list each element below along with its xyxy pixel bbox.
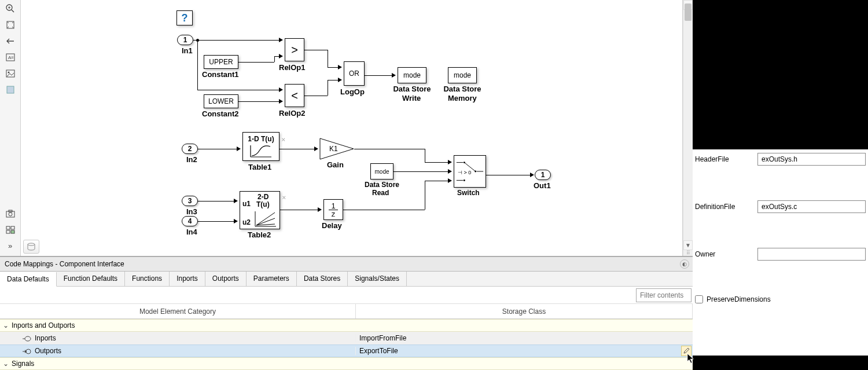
tab-data-defaults[interactable]: Data Defaults (0, 272, 57, 287)
camera-icon[interactable] (2, 206, 19, 221)
svg-point-12 (9, 213, 12, 216)
gain-label: Gain (327, 160, 344, 169)
scroll-down-icon[interactable]: ▼ (683, 240, 693, 250)
panel-pin-icon[interactable]: ◐ (680, 259, 689, 269)
zoom-in-icon[interactable] (2, 1, 19, 16)
panel-icon[interactable] (2, 222, 19, 237)
filter-input[interactable] (636, 288, 692, 302)
svg-point-30 (26, 349, 31, 354)
row-outports-name: Outports (35, 347, 61, 355)
owner-label: Owner (695, 248, 757, 258)
chevron-down-icon: ⌄ (2, 360, 9, 368)
inport-icon (22, 335, 31, 341)
tab-signals-states[interactable]: Signals/States (348, 272, 407, 286)
switch-condition: ⊣ > 0 (458, 170, 471, 175)
relop2-block[interactable]: < (285, 84, 304, 107)
inport-1[interactable]: 1 (177, 35, 193, 45)
properties-panel: HeaderFile DefinitionFile Owner Preserve… (693, 0, 868, 370)
outport-1[interactable]: 1 (535, 170, 551, 180)
constant1-label: Constant1 (202, 70, 239, 79)
table-header: Model Element Category Storage Class (0, 304, 693, 319)
chevron-right-icon[interactable]: » (2, 238, 19, 254)
data-store-memory-block[interactable]: mode (448, 67, 477, 83)
tab-inports[interactable]: Inports (170, 272, 205, 286)
data-store-read-block[interactable]: mode (370, 163, 393, 179)
tab-parameters[interactable]: Parameters (247, 272, 297, 286)
gain-block[interactable]: K1 Gain (319, 137, 357, 163)
code-mappings-tabs: Data Defaults Function Defaults Function… (0, 272, 693, 287)
group-signals[interactable]: ⌄ Signals (0, 357, 693, 370)
table2-u2: u2 (242, 218, 251, 226)
table2-u1: u1 (242, 200, 251, 208)
delay-den: z (332, 210, 336, 218)
area-icon[interactable] (2, 82, 19, 97)
constant2-block[interactable]: LOWER (204, 94, 238, 108)
table2-label: Table2 (248, 230, 271, 239)
relop1-label: RelOp1 (279, 63, 306, 72)
definitionfile-label: DefinitionFile (695, 200, 757, 211)
svg-rect-15 (6, 230, 10, 233)
tab-function-defaults[interactable]: Function Defaults (57, 272, 125, 286)
data-store-write-label1: Data Store (391, 85, 433, 93)
definitionfile-input[interactable] (757, 200, 866, 213)
scroll-thumb[interactable] (685, 3, 692, 21)
model-canvas[interactable]: ? 1 In1 UPPER Constant1 LOWER Constant2 (21, 0, 683, 256)
row-outports[interactable]: Outports ExportToFile (0, 345, 693, 357)
model-help-block[interactable]: ? (176, 10, 193, 25)
resize-grip[interactable]: ⠿ (683, 250, 693, 256)
svg-line-1 (12, 10, 14, 12)
data-store-write-block[interactable]: mode (398, 67, 426, 83)
preservedimensions-label: PreserveDimensions (707, 295, 771, 303)
preservedimensions-checkbox[interactable] (695, 295, 703, 303)
svg-rect-13 (6, 226, 10, 229)
fit-to-view-icon[interactable] (2, 17, 19, 32)
table1-text: 1-D T(u) (248, 135, 274, 143)
logic-op-block[interactable]: OR (344, 61, 365, 86)
row-inports[interactable]: Inports ImportFromFile (0, 332, 693, 345)
switch-label: Switch (457, 189, 480, 197)
data-store-memory-label1: Data Store (442, 85, 483, 93)
chevron-down-icon: ⌄ (2, 321, 9, 329)
nav-back-icon[interactable] (2, 33, 19, 49)
svg-rect-14 (11, 226, 14, 229)
vertical-scrollbar[interactable]: ▲ ▼ ⠿ (683, 0, 693, 256)
inport-1-label: In1 (182, 46, 193, 55)
tab-outports[interactable]: Outports (205, 272, 247, 286)
inport-3[interactable]: 3 (182, 196, 198, 206)
signal-badge-2: ⤬ (282, 195, 286, 200)
constant1-block[interactable]: UPPER (204, 55, 238, 69)
edit-pencil-icon[interactable] (681, 346, 692, 356)
tab-functions[interactable]: Functions (125, 272, 170, 286)
th-model-element: Model Element Category (0, 304, 356, 318)
table2-text2: T(u) (256, 200, 270, 208)
group-inports-outports[interactable]: ⌄ Inports and Outports (0, 319, 693, 332)
data-store-read-label1: Data Store (361, 181, 403, 189)
annotation-icon[interactable]: A≡ (2, 49, 19, 65)
headerfile-label: HeaderFile (695, 153, 757, 163)
table1-block[interactable]: 1-D T(u) (242, 132, 279, 161)
svg-point-21 (464, 179, 465, 181)
panel-title-bar: Code Mappings - Component Interface ◐ (0, 257, 693, 272)
inport-4[interactable]: 4 (182, 216, 198, 226)
delay-num: 1 (331, 203, 335, 210)
signal-badge-1: ⤬ (281, 137, 286, 142)
delay-block[interactable]: 1 z (323, 199, 343, 220)
inport-2[interactable]: 2 (182, 144, 198, 154)
owner-input[interactable] (757, 248, 866, 261)
image-icon[interactable] (2, 65, 19, 81)
th-storage-class: Storage Class (356, 304, 693, 318)
group-label: Inports and Outports (12, 321, 75, 329)
table2-block[interactable]: u1 u2 2-D T(u) (240, 191, 280, 229)
relop2-label: RelOp2 (279, 109, 306, 118)
relop1-block[interactable]: > (285, 38, 304, 61)
switch-block[interactable]: ⊣ > 0 (454, 155, 486, 188)
headerfile-input[interactable] (757, 153, 866, 166)
svg-point-25 (28, 243, 35, 246)
filter-row (0, 287, 693, 304)
model-browser-button[interactable] (23, 240, 39, 254)
outport-1-label: Out1 (534, 181, 551, 190)
row-inports-class: ImportFromFile (356, 334, 693, 342)
inport-4-label: In4 (186, 228, 197, 236)
table1-label: Table1 (248, 163, 271, 171)
tab-data-stores[interactable]: Data Stores (297, 272, 348, 286)
